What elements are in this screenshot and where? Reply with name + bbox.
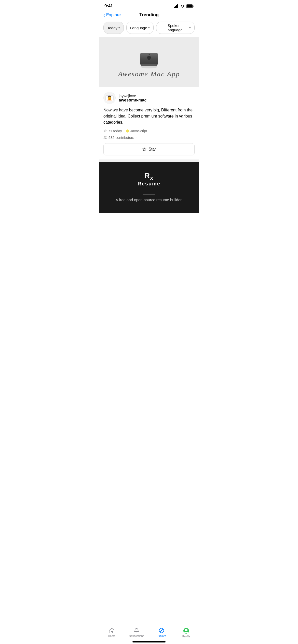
repo-description: Now we have become very big, Different f… — [103, 107, 195, 125]
filter-language[interactable]: Language ▾ — [126, 22, 154, 34]
rx-logo-sub: Resume — [138, 181, 160, 187]
star-icon — [103, 129, 107, 133]
contributors-count: 532 contributors — [109, 136, 134, 140]
language-stat: JavaScript — [126, 129, 147, 133]
svg-text:🤦: 🤦 — [107, 95, 112, 101]
contributors-icon — [103, 136, 107, 139]
mac-mini-icon — [138, 47, 160, 70]
status-icons — [174, 4, 194, 8]
svg-rect-3 — [177, 4, 178, 8]
nav-header: ‹ Explore Trending — [99, 10, 199, 21]
repo-stats: 71 today JavaScript — [103, 129, 195, 133]
hero-banner: Awesome Mac App — [99, 37, 199, 87]
repo-header: 🤦 jaywcjlove awesome-mac — [103, 92, 195, 104]
status-time: 9:41 — [104, 4, 113, 9]
stars-count: 71 today — [108, 129, 122, 133]
back-label: Explore — [106, 12, 121, 18]
svg-rect-6 — [193, 6, 194, 7]
filter-row: Today ▾ Language ▾ Spoken Language ▾ — [99, 21, 199, 37]
back-button[interactable]: ‹ Explore — [103, 12, 121, 18]
status-bar: 9:41 — [99, 0, 199, 10]
rx-logo-text: Rx — [138, 172, 160, 181]
filter-today-label: Today — [107, 26, 117, 30]
rx-description: A free and open-source resume builder. — [116, 198, 183, 202]
battery-icon — [186, 4, 194, 8]
svg-rect-1 — [175, 6, 176, 8]
filter-spoken-language[interactable]: Spoken Language ▾ — [156, 22, 195, 34]
contributors-row[interactable]: 532 contributors › — [103, 136, 195, 140]
filter-spoken-language-chevron: ▾ — [189, 26, 191, 30]
svg-point-4 — [182, 7, 183, 8]
stars-stat: 71 today — [103, 129, 122, 133]
rx-divider — [143, 194, 155, 195]
avatar: 🤦 — [103, 92, 116, 104]
svg-rect-7 — [187, 5, 192, 7]
contributors-chevron-icon: › — [136, 136, 137, 140]
svg-point-14 — [104, 137, 105, 138]
page-title: Trending — [139, 12, 159, 18]
language-dot — [126, 129, 129, 133]
repo-owner: jaywcjlove — [119, 94, 146, 98]
svg-point-15 — [105, 136, 106, 137]
back-chevron-icon: ‹ — [103, 12, 105, 18]
signal-icon — [174, 4, 179, 8]
section-divider — [99, 159, 199, 162]
repo-name: awesome-mac — [119, 98, 146, 103]
repo-meta: jaywcjlove awesome-mac — [119, 94, 146, 103]
filter-spoken-language-label: Spoken Language — [160, 23, 188, 32]
star-button-icon — [142, 147, 146, 152]
repo-card: 🤦 jaywcjlove awesome-mac Now we have bec… — [99, 87, 199, 155]
star-button[interactable]: Star — [103, 143, 195, 155]
filter-language-chevron: ▾ — [148, 26, 150, 30]
rx-resume-logo: Rx Resume — [138, 172, 160, 187]
hero-title: Awesome Mac App — [118, 70, 180, 78]
filter-language-label: Language — [130, 26, 147, 30]
wifi-icon — [180, 4, 185, 8]
language-label: JavaScript — [130, 129, 147, 133]
filter-today-chevron: ▾ — [118, 26, 120, 30]
svg-rect-0 — [174, 7, 175, 8]
svg-rect-10 — [141, 64, 157, 66]
repo-card-dark: Rx Resume A free and open-source resume … — [99, 162, 199, 213]
star-button-label: Star — [148, 147, 156, 152]
svg-rect-2 — [176, 5, 177, 8]
filter-today[interactable]: Today ▾ — [103, 22, 124, 34]
